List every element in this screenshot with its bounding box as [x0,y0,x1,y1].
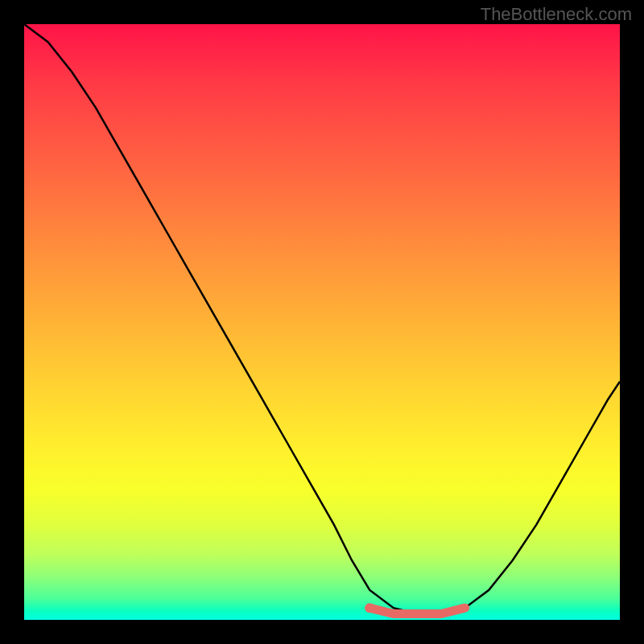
bottleneck-curve [24,24,620,614]
chart-plot-area [24,24,620,620]
optimal-range-marker [369,608,464,613]
bottleneck-curve-svg [24,24,620,620]
watermark-text: TheBottleneck.com [481,4,632,25]
marker-start-dot [365,603,374,613]
